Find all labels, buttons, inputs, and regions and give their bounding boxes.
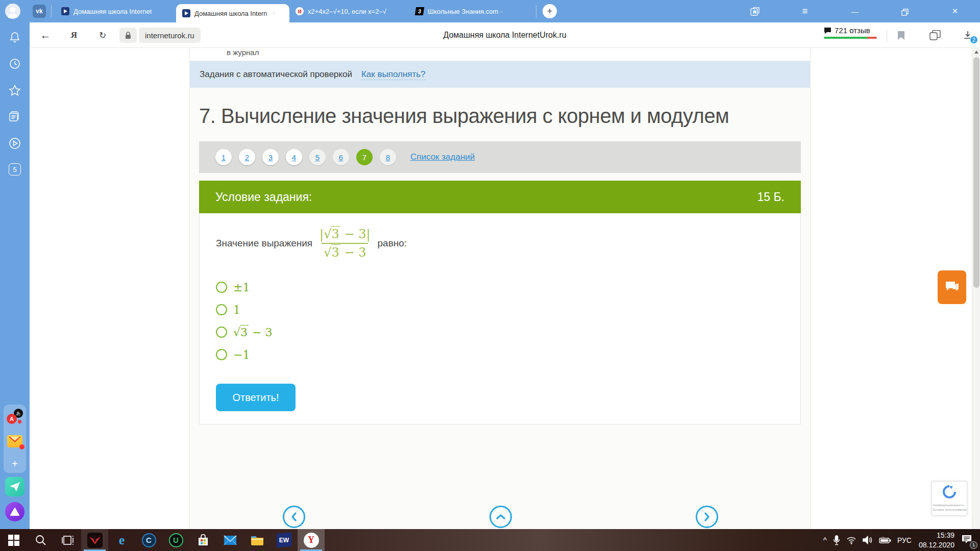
notifications-bell-icon[interactable] [8, 31, 21, 44]
answer-button[interactable]: Ответить! [216, 384, 296, 411]
start-button[interactable] [0, 529, 27, 551]
reviews-count: 721 отзыв [835, 26, 870, 35]
next-task-button[interactable] [696, 506, 718, 528]
history-clock-icon[interactable] [8, 57, 21, 70]
ccleaner-icon: C [142, 533, 156, 547]
condition-title: Условие задания: [215, 190, 312, 204]
back-button[interactable]: ← [37, 22, 54, 48]
task-list-link[interactable]: Список заданий [410, 152, 475, 162]
taskbar-search-button[interactable] [27, 529, 54, 551]
windows-logo-icon [8, 535, 19, 546]
radio-button[interactable] [216, 282, 227, 293]
scroll-up-arrow[interactable] [974, 51, 978, 54]
tab-internet-urok-2-active[interactable]: Домашняя школа Intern × [176, 4, 289, 22]
task-pill-6[interactable]: 6 [333, 149, 349, 165]
task-pill-4[interactable]: 4 [286, 149, 302, 165]
scrollbar-thumb[interactable] [973, 57, 979, 288]
taskbar-app-explorer[interactable] [243, 529, 271, 551]
chevron-right-icon [703, 512, 711, 522]
taskbar-app-store[interactable] [189, 529, 216, 551]
task-navigation: 1 2 3 4 5 6 7 8 Список заданий [199, 141, 801, 173]
collections-icon[interactable] [926, 22, 944, 48]
task-pill-5[interactable]: 5 [309, 149, 326, 165]
site-reviews[interactable]: 721 отзыв [824, 26, 877, 39]
tray-time: 15:39 [919, 531, 954, 540]
math-fraction: |√3 − 3| √3 − 3 [317, 228, 372, 260]
tab-yandex-search[interactable]: Я х2+4х2–√+10, если х=2–√ [289, 0, 409, 22]
task-pill-2[interactable]: 2 [239, 149, 255, 165]
task-pill-1[interactable]: 1 [215, 149, 232, 165]
vk-pinned-tab[interactable]: vk [33, 5, 46, 18]
taskbar-app-edge[interactable]: e [108, 529, 135, 551]
task-pill-8[interactable]: 8 [380, 149, 396, 165]
answer-options: ±1 1 √3 − 3 −1 [216, 279, 784, 363]
site-security-chip[interactable] [119, 28, 137, 43]
tab-internet-urok-1[interactable]: Домашняя школа Internet [55, 0, 176, 22]
tab-znania[interactable]: 3 Школьные Знания.com - [409, 0, 510, 22]
task-view-button[interactable] [54, 529, 81, 551]
tab-panel-icon[interactable] [730, 6, 780, 16]
downloads-icon[interactable]: 2 [959, 22, 977, 48]
notification-dot [17, 419, 22, 424]
collections-pages-icon[interactable] [8, 110, 21, 123]
tab-separator [536, 5, 536, 17]
radio-button[interactable] [216, 327, 227, 338]
add-service-icon[interactable]: + [12, 459, 18, 469]
previous-task-button[interactable] [283, 506, 305, 528]
lock-icon [125, 32, 131, 39]
recaptcha-privacy[interactable]: Конфиденциальность - [932, 503, 967, 508]
profile-avatar[interactable] [5, 4, 20, 19]
how-to-link[interactable]: Как выполнять? [361, 69, 426, 80]
tab-counter-icon[interactable]: 5 [9, 163, 21, 176]
yandex-mail-icon[interactable] [7, 435, 22, 447]
action-center-button[interactable]: 1 [962, 535, 975, 546]
volume-icon[interactable] [863, 536, 873, 544]
task-arrows-nav [190, 506, 810, 529]
video-play-icon[interactable] [8, 137, 21, 150]
taskbar-app-mail[interactable] [216, 529, 243, 551]
menu-icon[interactable]: ≡ [780, 6, 830, 17]
task-pill-7-current[interactable]: 7 [356, 149, 373, 165]
page-scrollbar[interactable] [972, 48, 980, 529]
info-bar-text: Задания с автоматической проверкой [200, 69, 352, 80]
option-row-2[interactable]: 1 [216, 301, 784, 318]
alice-assistant-icon[interactable] [5, 502, 24, 521]
option-row-3[interactable]: √3 − 3 [216, 323, 784, 341]
interneturok-icon [61, 7, 69, 15]
yandex-search-button[interactable]: Я [66, 22, 82, 48]
radio-button[interactable] [216, 349, 227, 360]
messenger-icon[interactable] [5, 477, 24, 496]
address-bar[interactable]: interneturok.ru [139, 28, 201, 43]
scroll-to-top-button[interactable] [489, 506, 512, 528]
option-label: ±1 [233, 281, 250, 294]
language-indicator[interactable]: РУС [897, 536, 912, 544]
radio-button[interactable] [216, 304, 227, 315]
taskbar-app-yandex-browser[interactable]: Y [298, 529, 325, 551]
option-row-1[interactable]: ±1 [216, 279, 784, 296]
chat-widget-button[interactable] [938, 270, 966, 304]
taskbar-app-iobit[interactable]: U [162, 529, 189, 551]
new-tab-button[interactable]: + [543, 4, 557, 18]
recaptcha-badge[interactable]: Конфиденциальность - Условия использован… [932, 481, 967, 516]
tray-expand-icon[interactable]: ^ [823, 536, 827, 544]
wifi-icon[interactable] [846, 536, 856, 544]
lesson-panel: в журнал Задания с автоматической провер… [189, 48, 811, 529]
minimize-icon[interactable]: — [830, 7, 880, 16]
bookmark-icon[interactable] [893, 22, 909, 48]
bookmarks-star-icon[interactable] [8, 84, 21, 97]
close-window-icon[interactable]: ✕ [930, 7, 980, 16]
restore-icon[interactable] [880, 7, 930, 15]
microphone-icon[interactable] [833, 535, 840, 545]
taskbar-app-ccleaner[interactable]: C [135, 529, 162, 551]
taskbar-app-eworkbook[interactable]: EW [271, 529, 298, 551]
task-pill-3[interactable]: 3 [262, 149, 279, 165]
search-icon [35, 535, 46, 546]
reload-button[interactable]: ↻ [95, 22, 110, 48]
taskbar-app-predator[interactable] [81, 529, 108, 551]
battery-icon[interactable] [879, 537, 891, 544]
option-row-4[interactable]: −1 [216, 346, 784, 363]
recaptcha-terms[interactable]: Условия использования [932, 508, 967, 512]
recaptcha-icon [942, 484, 957, 499]
clock[interactable]: 15:39 08.12.2020 [919, 531, 954, 549]
translator-icon[interactable]: あA [7, 409, 23, 424]
